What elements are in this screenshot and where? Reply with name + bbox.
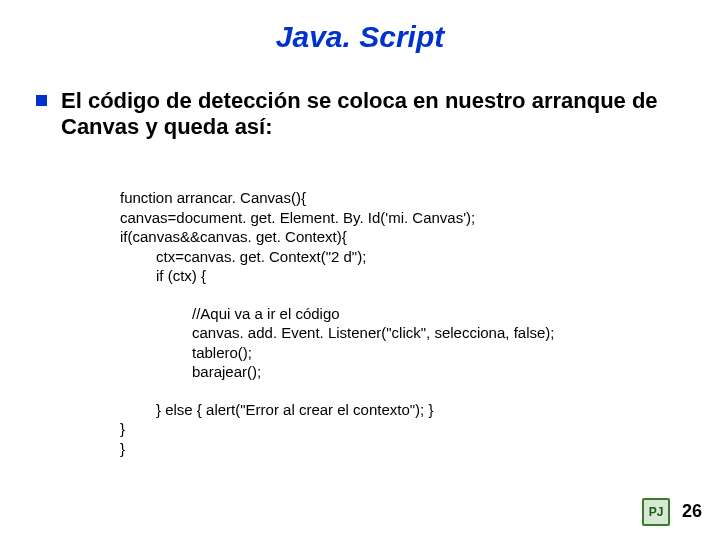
body-area: El código de detección se coloca en nues… [36,88,684,141]
code-block: function arrancar. Canvas(){ canvas=docu… [120,188,680,458]
code-line: function arrancar. Canvas(){ [120,188,680,208]
footer-logo-icon: PJ [642,498,670,526]
spacer [120,382,680,400]
slide: Java. Script El código de detección se c… [0,0,720,540]
code-line: } else { alert("Error al crear el contex… [120,400,680,420]
code-line: } [120,419,680,439]
code-line: } [120,439,680,459]
code-line: if(canvas&&canvas. get. Context){ [120,227,680,247]
code-line: ctx=canvas. get. Context("2 d"); [120,247,680,267]
bullet-item: El código de detección se coloca en nues… [36,88,684,141]
footer-logo-text: PJ [649,506,664,518]
spacer [120,286,680,304]
code-line: barajear(); [120,362,680,382]
code-line: if (ctx) { [120,266,680,286]
code-line: canvas=document. get. Element. By. Id('m… [120,208,680,228]
bullet-square-icon [36,95,47,106]
bullet-text: El código de detección se coloca en nues… [61,88,684,141]
page-number: 26 [682,501,702,522]
code-line: canvas. add. Event. Listener("click", se… [120,323,680,343]
code-line: tablero(); [120,343,680,363]
code-line: //Aqui va a ir el código [120,304,680,324]
slide-title: Java. Script [0,20,720,54]
